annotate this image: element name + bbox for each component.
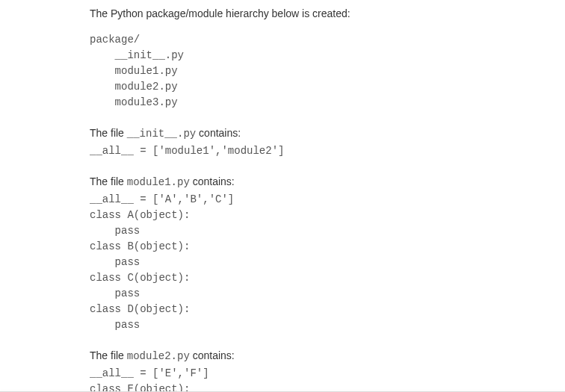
heading-suffix: contains: xyxy=(196,127,241,139)
section-heading-init: The file __init__.py contains: xyxy=(90,125,475,142)
heading-prefix: The file xyxy=(90,349,127,361)
document-body: The Python package/module hierarchy belo… xyxy=(0,0,565,392)
heading-prefix: The file xyxy=(90,127,127,139)
section-heading-module1: The file module1.py contains: xyxy=(90,174,475,190)
intro-text: The Python package/module hierarchy belo… xyxy=(90,6,475,22)
heading-filename: module1.py xyxy=(127,176,190,188)
heading-filename: __init__.py xyxy=(127,128,196,140)
code-block-module2: __all__ = ['E','F'] class E(object): xyxy=(90,366,475,392)
code-block-init: __all__ = ['module1','module2'] xyxy=(90,143,475,159)
code-block-module1: __all__ = ['A','B','C'] class A(object):… xyxy=(90,192,475,333)
heading-suffix: contains: xyxy=(190,175,235,187)
heading-prefix: The file xyxy=(90,175,127,187)
section-heading-module2: The file module2.py contains: xyxy=(90,348,475,364)
heading-filename: module2.py xyxy=(127,350,190,362)
heading-suffix: contains: xyxy=(190,349,235,361)
package-tree: package/ __init__.py module1.py module2.… xyxy=(90,32,475,111)
